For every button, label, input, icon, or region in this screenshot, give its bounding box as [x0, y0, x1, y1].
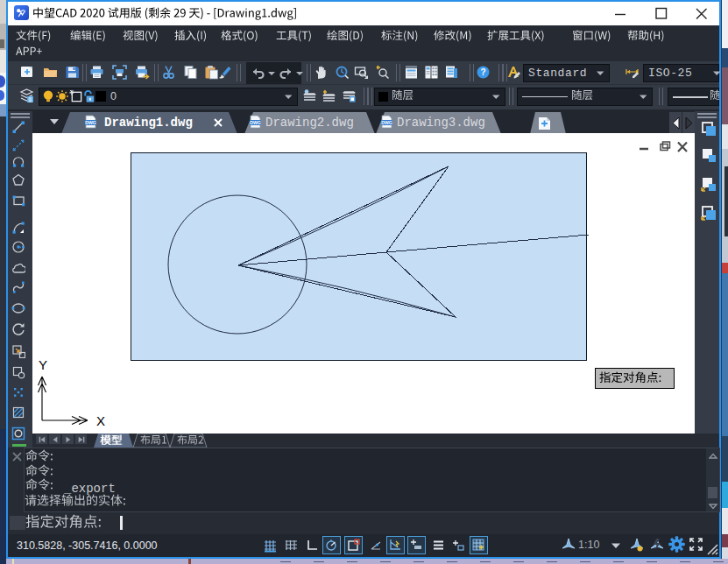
svg-text:Y: Y: [39, 357, 47, 372]
svg-text:DWG: DWG: [381, 120, 392, 125]
svg-text:?: ?: [480, 67, 485, 77]
svg-text:DWG: DWG: [85, 120, 96, 125]
svg-text:X: X: [96, 413, 105, 428]
svg-text:DWG: DWG: [250, 120, 261, 125]
